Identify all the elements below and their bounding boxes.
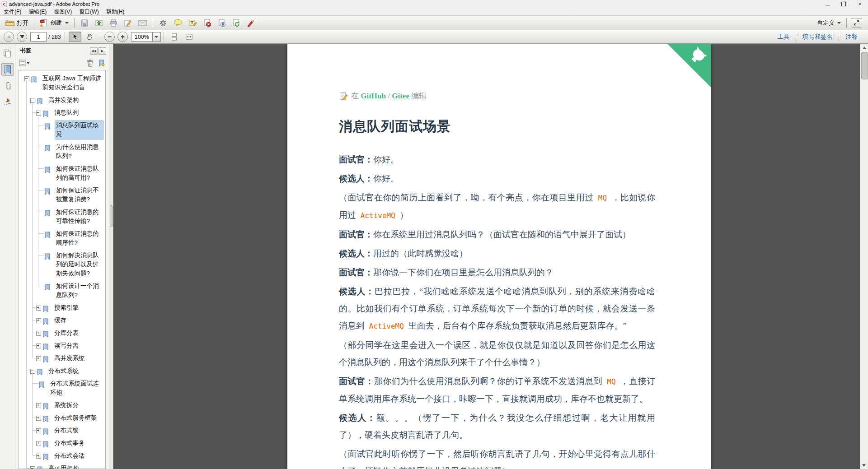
bookmark-label[interactable]: 互联网 Java 工程师进阶知识完全扫盲 (41, 74, 103, 93)
next-page-button[interactable] (17, 32, 27, 42)
bookmark-label[interactable]: 分布式服务框架 (53, 413, 99, 423)
edit-suffix: 编辑 (411, 92, 427, 100)
tools-pane-button[interactable]: 工具 (772, 33, 796, 41)
expand-icon[interactable] (36, 441, 41, 446)
expand-icon[interactable] (36, 306, 41, 311)
menu-item-2[interactable]: 视图(V) (50, 8, 75, 16)
expand-icon[interactable] (36, 403, 41, 408)
expand-icon[interactable] (36, 331, 41, 336)
bookmark-label[interactable]: 如何保证消息不被重复消费? (55, 186, 103, 204)
bookmark-label[interactable]: 分布式事务 (53, 438, 86, 448)
bookmark-label[interactable]: 如何保证消息的可靠性传输? (55, 207, 103, 226)
collapse-icon[interactable] (30, 98, 35, 103)
expand-icon[interactable] (36, 344, 41, 348)
bookmark-label[interactable]: 如何解决消息队列的延时以及过期失效问题? (55, 251, 103, 279)
open-button[interactable]: 打开 (3, 18, 31, 28)
minimize-button[interactable] (819, 0, 835, 8)
fill-sign-pane-button[interactable]: 填写和签名 (797, 33, 839, 41)
save-button[interactable] (79, 18, 90, 28)
fit-width-button[interactable] (183, 32, 196, 42)
bookmark-label[interactable]: 如何设计一个消息队列? (55, 281, 103, 300)
zoom-dropdown-button[interactable] (153, 32, 161, 42)
menu-item-3[interactable]: 窗口(W) (75, 8, 102, 16)
print-button[interactable] (108, 18, 119, 28)
collapse-icon[interactable] (24, 76, 29, 81)
collapse-panel-button[interactable]: ◀◀ (90, 47, 98, 55)
attachments-button[interactable] (2, 80, 14, 92)
splitter-grip[interactable] (110, 205, 113, 227)
signatures-button[interactable] (2, 96, 14, 107)
bookmark-label[interactable]: 高并发架构 (47, 95, 80, 105)
document-scrollbar[interactable] (860, 44, 868, 469)
gitee-link[interactable]: Gitee (392, 92, 409, 100)
gear-button[interactable] (157, 18, 169, 28)
delete-page-button[interactable] (202, 18, 213, 28)
sign-button[interactable] (122, 18, 134, 28)
expand-icon[interactable] (36, 428, 41, 433)
panel-forward-button[interactable]: ▶ (99, 47, 106, 55)
menu-item-0[interactable]: 文件(F) (0, 8, 25, 16)
select-tool-button[interactable] (69, 32, 81, 42)
upload-cloud-button[interactable] (93, 18, 105, 28)
github-link[interactable]: GitHub (361, 92, 386, 100)
close-button[interactable]: × (852, 0, 868, 8)
bookmark-label[interactable]: 高可用架构 (47, 464, 80, 469)
bookmark-label[interactable]: 缓存 (53, 316, 68, 325)
expand-icon[interactable] (36, 318, 41, 323)
bookmark-label[interactable]: 消息队列面试场景 (55, 121, 103, 139)
fullscreen-button[interactable] (851, 18, 862, 28)
bookmark-label[interactable]: 搜索引擎 (53, 303, 80, 313)
bookmark-label[interactable]: 读写分离 (53, 341, 80, 351)
comment-button[interactable] (172, 18, 184, 28)
bookmark-label[interactable]: 分布式系统面试连环炮 (49, 379, 103, 398)
hand-tool-button[interactable] (83, 32, 96, 42)
bookmark-label[interactable]: 如何保证消息队列的高可用? (55, 164, 103, 183)
expand-icon[interactable] (36, 356, 41, 361)
bookmark-item[interactable]: 互联网 Java 工程师进阶知识完全扫盲 (19, 72, 105, 94)
zoom-in-button[interactable] (117, 32, 128, 42)
menu-item-1[interactable]: 编辑(E) (25, 8, 50, 16)
delete-bookmark-button[interactable] (86, 59, 94, 67)
email-button[interactable] (136, 19, 149, 27)
bookmark-label[interactable]: 如何保证消息的顺序性? (55, 229, 103, 248)
zoom-level-value[interactable]: 100% (131, 32, 153, 42)
collapse-icon[interactable] (36, 111, 41, 116)
bookmark-item[interactable]: 高可用架构 (19, 462, 105, 469)
document-heading: 消息队列面试场景 (339, 117, 655, 136)
bookmark-label[interactable]: 分库分表 (53, 328, 80, 338)
bookmark-label[interactable]: 系统拆分 (53, 400, 80, 410)
export-page-button[interactable] (230, 18, 242, 28)
protect-page-button[interactable] (216, 18, 228, 28)
page-number-input[interactable] (30, 32, 47, 42)
bookmark-options-button[interactable] (19, 60, 30, 67)
bookmark-label[interactable]: 分布式系统 (47, 366, 80, 376)
highlighter-button[interactable] (245, 18, 257, 28)
create-button[interactable]: 创建 (37, 18, 71, 28)
customize-button[interactable]: 自定义 (814, 18, 844, 28)
zoom-out-button[interactable] (104, 32, 115, 42)
text-note-button[interactable] (187, 18, 199, 28)
scrollbar-thumb[interactable] (861, 52, 868, 79)
bookmark-tree: 互联网 Java 工程师进阶知识完全扫盲高并发架构消息队列消息队列面试场景为什么… (19, 70, 106, 469)
menu-item-4[interactable]: 帮助(H) (103, 8, 128, 16)
scroll-down-arrow[interactable] (862, 464, 866, 467)
scroll-up-arrow[interactable] (860, 44, 868, 51)
bookmark-label[interactable]: 消息队列 (53, 108, 80, 118)
panel-splitter[interactable] (109, 44, 113, 469)
collapse-icon[interactable] (30, 466, 35, 469)
page-thumbnails-button[interactable] (2, 47, 14, 59)
expand-icon[interactable] (36, 416, 41, 421)
previous-page-button[interactable] (4, 32, 14, 42)
restore-button[interactable] (835, 0, 852, 8)
bookmark-label[interactable]: 分布式会话 (53, 451, 86, 461)
new-bookmark-button[interactable] (98, 59, 105, 67)
bookmark-label[interactable]: 高并发系统 (53, 353, 86, 363)
comment-pane-button[interactable]: 注释 (840, 33, 863, 41)
paragraph: 候选人：用过的（此时感觉没啥） (339, 245, 655, 262)
scrolling-mode-button[interactable] (168, 32, 181, 42)
bookmark-label[interactable]: 分布式锁 (53, 426, 80, 436)
expand-icon[interactable] (36, 454, 41, 459)
bookmark-label[interactable]: 为什么使用消息队列? (55, 142, 103, 161)
collapse-icon[interactable] (30, 369, 35, 374)
bookmarks-panel-button[interactable] (1, 63, 14, 76)
